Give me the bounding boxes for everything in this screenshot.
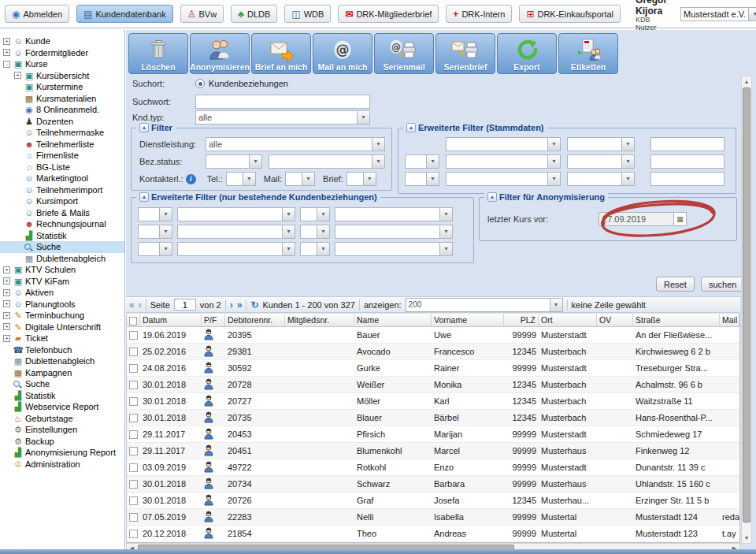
sidebar-item[interactable]: ♟ Dozenten xyxy=(0,116,124,128)
topbar-button[interactable]: ▤ Kundendatenbank xyxy=(76,5,173,23)
collapse-button[interactable]: ▴ xyxy=(139,192,149,202)
kundenbez-value-select-3[interactable]: ▾ xyxy=(335,242,453,256)
topbar-button[interactable]: ♙ BVw xyxy=(180,5,224,23)
stammdaten-field-select-2[interactable]: ▾ xyxy=(446,154,561,169)
tree-expander[interactable]: + xyxy=(3,289,10,296)
row-checkbox[interactable] xyxy=(129,397,138,406)
kundenbez-field-select-1[interactable]: ▾ xyxy=(177,207,295,221)
row-checkbox[interactable] xyxy=(129,530,138,538)
sidebar-item[interactable]: + ✎ Terminbuchung xyxy=(0,310,124,322)
table-row[interactable]: 29.11.2017 20453 Pfirsich Marijan 99999 … xyxy=(127,426,739,443)
calendar-picker-button[interactable]: ▦ xyxy=(673,213,686,225)
kundenbez-field-select-3[interactable]: ▾ xyxy=(177,242,295,256)
sidebar-item[interactable]: ☺ Briefe & Mails xyxy=(0,207,124,219)
topbar-button[interactable]: + DRK-Intern xyxy=(446,5,512,23)
tree-expander[interactable]: - xyxy=(3,61,10,68)
table-row[interactable]: 24.08.2016 30592 Gurke Rainer 99999 Must… xyxy=(127,360,739,377)
table-row[interactable]: 30.01.2018 20726 Graf Josefa 12345 Muste… xyxy=(127,493,739,509)
sidebar-item[interactable]: - ▣ Kurse xyxy=(0,58,124,70)
stammdaten-join-select-2[interactable]: ▾ xyxy=(405,154,439,169)
page-number-input[interactable] xyxy=(174,299,196,310)
sidebar-item[interactable]: ☎ Telefonbuch xyxy=(0,344,124,356)
bezstatus-select-2[interactable]: ▾ xyxy=(269,154,385,169)
chevron-down-icon[interactable]: ▾ xyxy=(748,8,756,20)
scroll-up-arrow[interactable]: ▲ xyxy=(742,76,751,87)
tree-expander[interactable]: + xyxy=(3,49,10,56)
sidebar-item[interactable]: + ▰ Ticket xyxy=(0,333,124,344)
sidebar-item[interactable]: + ☺ Planungtools xyxy=(0,299,124,310)
table-row[interactable]: 29.11.2017 20451 Blumenkohl Marcel 99999… xyxy=(127,443,739,459)
kundenbez-value-select-2[interactable]: ▾ xyxy=(335,225,453,239)
sidebar-item[interactable]: ☺ Marketingtool xyxy=(0,173,124,184)
action-button[interactable]: @ Mail an mich xyxy=(313,33,372,74)
table-row[interactable]: 07.05.2019 22283 Nelli Isabella 99999 Mu… xyxy=(127,509,739,526)
mail-select[interactable]: ▾ xyxy=(285,172,315,186)
topbar-button[interactable]: ◫ WDB xyxy=(284,5,331,23)
column-header[interactable]: Debitorennr. xyxy=(225,314,285,326)
organization-select[interactable]: Musterstadt e.V. ▾ xyxy=(680,7,756,21)
bezstatus-select-1[interactable]: ▾ xyxy=(206,154,262,169)
action-button[interactable]: @ Serienmail xyxy=(374,33,434,74)
sidebar-item[interactable]: ⌂ BG-Liste xyxy=(0,162,124,173)
chevron-down-icon[interactable]: ▾ xyxy=(621,173,634,185)
chevron-down-icon[interactable]: ▾ xyxy=(547,138,560,151)
chevron-down-icon[interactable]: ▾ xyxy=(439,208,452,221)
sidebar-item[interactable]: ◉ 8 Onlineanmeld. xyxy=(0,104,124,116)
tree-expander[interactable]: + xyxy=(3,335,10,342)
letzter-kurs-date-field[interactable]: 27.09.2019 ▦ xyxy=(598,212,687,226)
chevron-down-icon[interactable]: ▾ xyxy=(372,138,384,151)
column-header[interactable]: OV xyxy=(597,314,633,326)
tree-expander[interactable]: + xyxy=(14,72,21,79)
chevron-down-icon[interactable]: ▾ xyxy=(372,155,384,168)
tree-expander[interactable]: + xyxy=(3,300,10,307)
column-header[interactable]: Name xyxy=(354,314,432,326)
row-checkbox[interactable] xyxy=(129,331,138,340)
sidebar-item[interactable]: ⌂ Firmenliste xyxy=(0,150,124,162)
column-header[interactable]: Datum xyxy=(140,314,202,326)
dienstleistung-select[interactable]: alle ▾ xyxy=(206,137,385,151)
action-button[interactable]: Export xyxy=(497,33,557,74)
sidebar-item[interactable]: + ▣ Kursübersicht xyxy=(0,70,124,82)
action-button[interactable]: Brief an mich xyxy=(251,33,311,74)
table-row[interactable]: 30.01.2018 20727 Möller Karl 12345 Muste… xyxy=(127,393,739,410)
stammdaten-field-select-3[interactable]: ▾ xyxy=(446,172,561,186)
tree-expander[interactable]: + xyxy=(3,38,10,45)
sidebar-item[interactable]: Suche xyxy=(0,241,124,253)
topbar-button[interactable]: ⊞ DRK-Einkaufsportal xyxy=(519,5,621,23)
column-header[interactable]: P/F xyxy=(202,314,225,326)
first-page-button[interactable]: « xyxy=(129,300,135,310)
sidebar-item[interactable]: ☻ Rechnungsjournal xyxy=(0,218,124,230)
table-row[interactable]: 19.06.2019 20395 Bauer Uwe 99999 Musters… xyxy=(127,327,739,344)
collapse-button[interactable]: ▴ xyxy=(139,123,149,132)
chevron-down-icon[interactable]: ▾ xyxy=(159,243,172,255)
sidebar-item[interactable]: ☺ Kursimport xyxy=(0,195,124,207)
sidebar-item[interactable]: + ▣ KTV KiFam xyxy=(0,276,124,288)
sidebar-item[interactable]: + ✎ Digitale Unterschrift xyxy=(0,322,124,333)
sidebar-item[interactable]: ☺ Teilnehmerimport xyxy=(0,184,124,196)
chevron-down-icon[interactable]: ▾ xyxy=(363,173,376,185)
action-button[interactable]: Löschen xyxy=(128,33,188,74)
chevron-down-icon[interactable]: ▾ xyxy=(547,173,560,185)
chevron-down-icon[interactable]: ▾ xyxy=(547,155,560,168)
row-checkbox[interactable] xyxy=(129,496,138,505)
tree-expander[interactable]: + xyxy=(3,312,10,319)
next-page-button[interactable]: › xyxy=(230,300,233,310)
kundenbez-field-select-2[interactable]: ▾ xyxy=(177,225,295,239)
column-header[interactable]: Mitgliedsnr. xyxy=(285,314,354,326)
sidebar-item[interactable]: ▟ Anonymisierung Report xyxy=(0,447,124,459)
action-button[interactable]: Serienbrief xyxy=(435,33,495,74)
column-header[interactable]: Mail xyxy=(720,314,739,326)
chevron-down-icon[interactable]: ▾ xyxy=(621,138,634,151)
prev-page-button[interactable]: ‹ xyxy=(139,300,142,310)
stammdaten-value-input-1[interactable] xyxy=(650,137,724,151)
chevron-down-icon[interactable]: ▾ xyxy=(426,155,439,168)
stammdaten-op-select-1[interactable]: ▾ xyxy=(567,137,635,151)
chevron-down-icon[interactable]: ▾ xyxy=(357,111,369,124)
stammdaten-value-input-3[interactable] xyxy=(650,172,724,186)
action-button[interactable]: Anonymisieren xyxy=(190,33,250,74)
vertical-scrollbar-thumb[interactable] xyxy=(743,87,750,522)
table-row[interactable]: 30.01.2018 20734 Schwarz Barbara 99999 M… xyxy=(127,476,739,493)
row-checkbox[interactable] xyxy=(129,447,138,455)
sidebar-item[interactable]: ▟ Statistik xyxy=(0,230,124,242)
chevron-down-icon[interactable]: ▾ xyxy=(243,173,255,185)
